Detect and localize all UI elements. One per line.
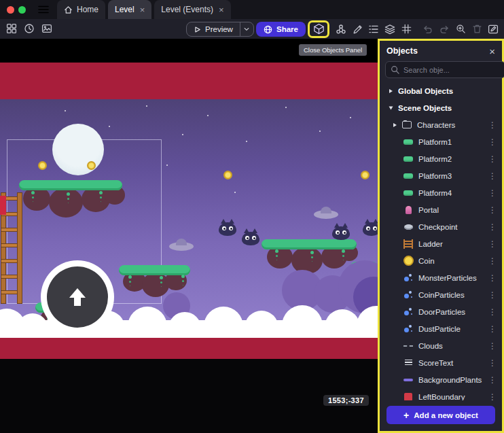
media-button[interactable] [39,21,54,36]
toggle-objects-panel-button[interactable] [308,20,329,38]
object-item[interactable]: Ladder [380,235,502,252]
add-new-object-button[interactable]: Add a new object [386,406,495,424]
editor-tab[interactable]: Level (Events) [154,0,230,19]
kebab-menu-icon[interactable] [488,188,497,198]
star [234,192,236,193]
kebab-menu-icon[interactable] [488,273,497,283]
main-menu-button[interactable] [38,5,49,14]
kebab-menu-icon[interactable] [488,392,497,401]
object-item[interactable]: Platform1 [380,133,502,150]
grid-button[interactable] [399,22,414,37]
kebab-menu-icon[interactable] [488,239,497,249]
ladder-rung [1,275,22,279]
object-label: LeftBoundary [418,393,484,401]
object-icon [403,256,414,266]
kebab-menu-icon[interactable] [488,307,497,317]
kebab-menu-icon[interactable] [488,290,497,300]
kebab-menu-icon[interactable] [488,341,497,351]
layers-button[interactable] [382,22,397,37]
object-icon [403,137,414,148]
object-item[interactable]: ScoreText [380,354,502,371]
object-item[interactable]: DoorParticles [380,303,502,320]
history-button[interactable] [22,21,37,36]
group-global-objects[interactable]: Global Objects [380,82,502,99]
canvas-bottom-area [0,359,378,433]
object-item[interactable]: MonsterParticles [380,269,502,286]
object-item[interactable]: Portal [380,201,502,218]
object-item[interactable]: LeftBoundary [380,388,502,400]
tab-close-icon[interactable] [219,5,224,14]
object-item[interactable]: Platform2 [380,150,502,167]
object-item[interactable]: Checkpoint [380,218,502,235]
redo-button[interactable] [437,22,452,37]
zoom-in-button[interactable] [453,22,468,37]
objects-search-box[interactable] [385,61,504,78]
layout-panels-button[interactable] [4,21,19,36]
share-button[interactable]: Share [256,22,306,37]
object-label: MonsterParticles [418,274,484,282]
star [285,107,287,108]
maximize-window-button[interactable] [18,6,26,14]
kebab-menu-icon[interactable] [488,205,497,215]
layout-icon [6,23,17,34]
object-item[interactable]: BackgroundPlants [380,371,502,388]
kebab-menu-icon[interactable] [488,324,497,334]
main-toolbar: Preview Share [0,19,504,39]
vine [310,251,314,254]
panel-edit-button[interactable] [486,22,501,37]
object-item[interactable]: CoinParticles [380,286,502,303]
kebab-menu-icon[interactable] [488,358,497,368]
objects-cube-icon [313,23,325,35]
tab-label: Level (Events) [161,5,213,14]
chevron-right-icon[interactable] [393,123,397,127]
search-input[interactable] [403,66,500,74]
delete-button[interactable] [469,22,484,37]
kebab-menu-icon[interactable] [488,256,497,266]
preview-button[interactable]: Preview [187,22,240,36]
kebab-menu-icon[interactable] [488,154,497,164]
object-icon [403,375,414,385]
object-item[interactable]: DustParticle [380,320,502,337]
object-label: Platform1 [418,138,484,146]
monster-sprite [332,226,350,240]
kebab-menu-icon[interactable] [488,375,497,385]
vine [181,275,185,278]
platform-sprite [19,180,122,222]
ladder-rung [1,243,22,247]
kebab-menu-icon[interactable] [488,120,497,130]
close-icon[interactable] [489,46,495,56]
object-icon [403,307,414,317]
preview-dropdown-button[interactable] [240,22,253,36]
scene-canvas[interactable]: 1553;-337 [0,39,378,433]
star [246,141,247,142]
close-window-button[interactable] [7,6,14,14]
checkpoint-sprite [314,210,338,219]
jump-button-sprite [41,260,114,334]
undo-button[interactable] [420,22,435,37]
panel-edit-icon [488,24,499,35]
ladder-rung [1,228,22,232]
object-item[interactable]: Clouds [380,337,502,354]
kebab-menu-icon[interactable] [488,222,497,232]
scene-objects-list: Characters Platform1 Platform2 [380,116,502,400]
objects-panel: Objects Global Objects Scene Objects [378,39,504,433]
editor-tab[interactable]: Level [108,0,151,19]
object-icon [403,273,414,283]
vine [31,191,35,194]
properties-list-button[interactable] [366,22,381,37]
home-icon [64,5,73,14]
globe-icon [264,25,272,34]
kebab-menu-icon[interactable] [488,137,497,147]
group-scene-objects[interactable]: Scene Objects [380,99,502,116]
object-item[interactable]: Coin [380,252,502,269]
object-item[interactable]: Characters [380,116,502,133]
kebab-menu-icon[interactable] [488,171,497,181]
editor-tab[interactable]: Home [57,0,105,19]
object-item[interactable]: Platform3 [380,167,502,184]
moon-sprite [52,124,104,175]
edit-button[interactable] [350,22,365,37]
plus-icon [403,410,409,421]
object-groups-button[interactable] [334,22,348,37]
tab-close-icon[interactable] [140,5,145,14]
object-item[interactable]: Platform4 [380,184,502,201]
